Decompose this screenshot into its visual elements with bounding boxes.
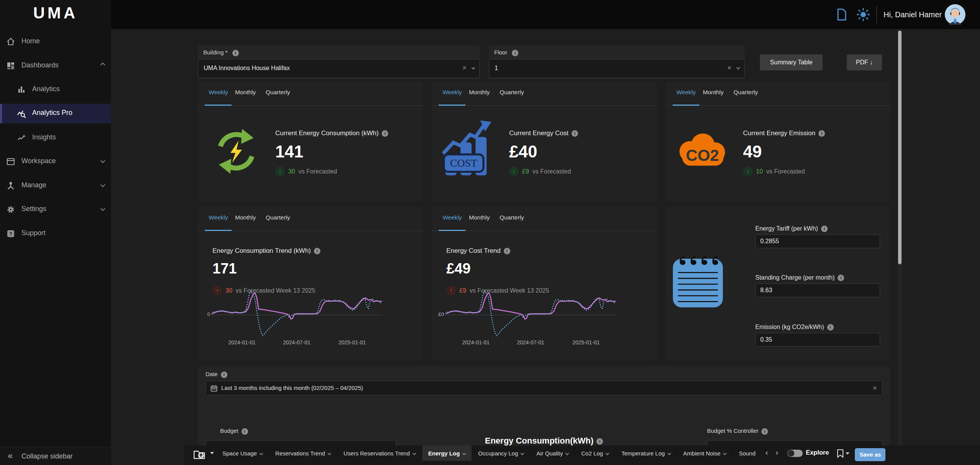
theme-sun-icon[interactable] <box>857 8 870 21</box>
tab-ambient-noise[interactable]: Ambient Noise <box>677 445 733 461</box>
caret-down-icon[interactable] <box>210 452 214 454</box>
tab-sound[interactable]: Sound <box>733 445 761 461</box>
emission-factor-input[interactable] <box>755 333 880 347</box>
tab-quarterly[interactable]: Quarterly <box>733 89 758 96</box>
info-icon[interactable] <box>232 50 239 56</box>
delta-note: vs Forecasted <box>766 168 805 175</box>
tab-temperature-log[interactable]: Temperature Log <box>615 445 677 461</box>
collapse-icon <box>8 450 13 461</box>
tab-quarterly[interactable]: Quarterly <box>500 214 524 221</box>
clear-icon[interactable] <box>873 384 877 392</box>
sidebar-item-insights[interactable]: Insights <box>0 128 111 147</box>
sidebar-item-home[interactable]: Home <box>0 32 111 51</box>
floor-filter-group: Floor 1 <box>489 45 745 79</box>
tab-reservations-trend[interactable]: Reservations Trend <box>269 445 337 461</box>
info-icon[interactable] <box>242 428 248 435</box>
help-icon: ? <box>6 229 15 238</box>
clear-icon[interactable] <box>462 64 467 72</box>
energy-tariff-input[interactable] <box>755 234 880 248</box>
tab-monthly[interactable]: Monthly <box>469 214 490 221</box>
building-select[interactable]: UMA Innovations House Halifax <box>198 59 480 78</box>
pdf-download-button[interactable]: PDF <box>847 54 882 70</box>
tab-weekly[interactable]: Weekly <box>676 89 696 96</box>
x-tick-label: 2024-07-01 <box>276 339 318 345</box>
bottom-tab-bar: Space Usage Reservations Trend Users Res… <box>184 445 980 465</box>
energy-tariff-label: Energy Tariff (per kWh) <box>755 225 828 232</box>
trend-title: Energy Consumption Trend (kWh) <box>212 247 320 255</box>
x-tick-label: 2024-01-01 <box>455 339 497 345</box>
save-as-button[interactable]: Save as <box>855 448 885 461</box>
explore-toggle[interactable] <box>787 450 803 457</box>
tab-users-reservations-trend[interactable]: Users Reservations Trend <box>337 445 422 461</box>
info-icon[interactable] <box>572 130 578 137</box>
scrollbar-thumb[interactable] <box>898 31 902 264</box>
sidebar-item-support[interactable]: ? Support <box>0 224 111 243</box>
series-forecast <box>446 291 616 336</box>
tab-space-usage[interactable]: Space Usage <box>216 445 269 461</box>
building-filter-group: Building * UMA Innovations House Halifax <box>198 45 480 79</box>
kpi-value: 141 <box>275 142 303 161</box>
tab-quarterly[interactable]: Quarterly <box>266 89 290 96</box>
tabs-scroll-right[interactable] <box>772 445 782 457</box>
tab-monthly[interactable]: Monthly <box>235 89 256 96</box>
tab-weekly[interactable]: Weekly <box>443 89 462 96</box>
co2-cloud-icon: CO2 <box>675 131 729 171</box>
manage-icon <box>6 181 15 190</box>
sidebar-item-workspace[interactable]: Workspace <box>0 152 111 171</box>
info-icon[interactable] <box>314 248 320 254</box>
date-range-input[interactable]: Last 3 months including this month (02/2… <box>206 381 882 395</box>
info-icon[interactable] <box>838 275 844 281</box>
active-indicator <box>0 104 2 123</box>
floor-select[interactable]: 1 <box>489 59 745 78</box>
info-icon[interactable] <box>512 50 518 56</box>
bookmark-icon[interactable] <box>836 449 844 458</box>
info-icon[interactable] <box>596 438 603 445</box>
tab-weekly[interactable]: Weekly <box>443 214 462 221</box>
sidebar-item-label: Analytics Pro <box>32 109 72 117</box>
sidebar-item-label: Analytics <box>32 85 60 93</box>
standing-charge-label: Standing Charge (per month) <box>755 274 844 281</box>
required-mark: * <box>225 49 228 56</box>
sidebar-item-analytics-pro[interactable]: Analytics Pro <box>0 104 111 123</box>
sidebar-item-analytics[interactable]: Analytics <box>0 80 111 99</box>
tab-quarterly[interactable]: Quarterly <box>500 89 524 96</box>
analytics-icon <box>17 85 26 94</box>
tab-occupancy-log[interactable]: Occupancy Log <box>472 445 530 461</box>
sidebar-item-label: Workspace <box>21 157 56 165</box>
tab-co2-log[interactable]: Co2 Log <box>575 445 615 461</box>
chevron-down-icon[interactable] <box>737 66 740 70</box>
x-tick-label: 2025-01-01 <box>331 339 373 345</box>
sidebar-item-manage[interactable]: Manage <box>0 176 111 195</box>
info-icon[interactable] <box>818 130 825 137</box>
sidebar-item-dashboards[interactable]: Dashboards <box>0 56 111 75</box>
caret-down-icon[interactable] <box>846 452 849 455</box>
tab-monthly[interactable]: Monthly <box>469 89 490 96</box>
tab-monthly[interactable]: Monthly <box>703 89 724 96</box>
tab-energy-log[interactable]: Energy Log <box>422 445 472 461</box>
info-icon[interactable] <box>504 248 510 254</box>
chevron-down-icon[interactable] <box>472 66 475 70</box>
tab-air-quality[interactable]: Air Quality <box>530 445 575 461</box>
clear-icon[interactable] <box>727 64 732 72</box>
tab-weekly[interactable]: Weekly <box>209 214 228 221</box>
collapse-sidebar-button[interactable]: Collapse sidebar <box>0 447 111 465</box>
info-icon[interactable] <box>821 226 828 232</box>
info-icon[interactable] <box>761 428 768 435</box>
tab-weekly[interactable]: Weekly <box>209 89 228 96</box>
standing-charge-input[interactable] <box>755 283 880 297</box>
document-icon[interactable] <box>837 8 847 21</box>
info-icon[interactable] <box>827 324 834 331</box>
tab-quarterly[interactable]: Quarterly <box>266 214 290 221</box>
sidebar-item-settings[interactable]: Settings <box>0 200 111 219</box>
info-icon[interactable] <box>382 130 388 137</box>
top-header: Hi, Daniel Hamer <box>0 0 980 29</box>
avatar[interactable] <box>945 4 965 25</box>
summary-table-button[interactable]: Summary Table <box>760 54 823 70</box>
tab-monthly[interactable]: Monthly <box>235 214 256 221</box>
export-folder-icon[interactable] <box>193 449 206 460</box>
info-icon[interactable] <box>221 372 227 378</box>
header-divider <box>876 6 877 23</box>
period-tabs: Weekly Monthly Quarterly <box>432 82 657 106</box>
sidebar-item-label: Settings <box>21 205 46 213</box>
tabs-scroll-left[interactable] <box>762 445 772 457</box>
